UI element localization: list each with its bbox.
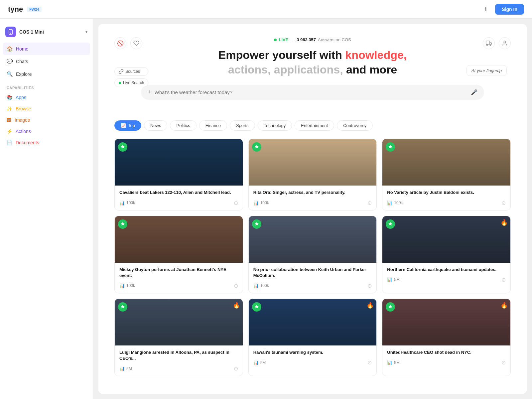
tab-top[interactable]: 📈 Top [114,120,141,131]
apps-icon: 📚 [7,95,12,100]
live-search-label: Live Search [123,80,144,85]
capability-actions[interactable]: ⚡ Actions [3,126,90,137]
card-1-footer: 📊 100k ⊙ [119,200,238,206]
live-search-pill[interactable]: Live Search [114,78,148,87]
card-1-action[interactable]: ⊙ [234,200,238,206]
card-7-image: 🔥 [115,299,243,345]
card-6-title: Northern California earthquake and tsuna… [387,267,506,273]
card-9-footer: 📊 5M ⊙ [387,359,506,366]
capabilities-section-label: Capabilities [0,80,93,92]
card-6-body: Northern California earthquake and tsuna… [382,263,510,287]
stats-icon: 📊 [253,283,259,288]
card-4-ai-badge [118,219,127,229]
card-8-image: 🔥 [249,299,377,345]
card-1-image [115,139,243,186]
card-5-image [249,216,377,263]
chat-icon: 💬 [7,59,13,65]
news-card-3[interactable]: No Variety article by Justin Baldoni exi… [382,139,511,210]
card-7-action[interactable]: ⊙ [234,365,238,372]
card-3-count: 100k [394,200,403,205]
search-plus-icon: + [148,89,151,96]
tab-technology-label: Technology [264,123,286,128]
card-4-stats: 📊 100k [119,283,135,288]
tab-news-label: News [150,123,161,128]
card-4-count: 100k [126,283,135,288]
news-card-4[interactable]: Mickey Guyton performs at Jonathan Benne… [114,216,243,293]
card-6-action[interactable]: ⊙ [501,277,506,283]
hero-title-highlight: knowledge, [345,49,407,61]
card-2-footer: 📊 100k ⊙ [253,200,372,206]
card-7-count: 5M [126,366,132,371]
card-2-action[interactable]: ⊙ [367,200,372,206]
tab-entertainment[interactable]: Entertainment [295,120,334,131]
capability-apps[interactable]: 📚 Apps [3,92,90,103]
news-card-2[interactable]: Rita Ora: Singer, actress, and TV person… [248,139,377,210]
live-indicator-dot [274,39,277,41]
sidebar-item-chats[interactable]: 💬 Chats [3,55,90,68]
user-icon [499,37,511,49]
sidebar-item-chats-label: Chats [16,59,28,64]
capability-browse[interactable]: ✨ Browse [3,103,90,114]
capability-images[interactable]: 🖼 Images [3,114,90,126]
sidebar-item-home[interactable]: 🏠 Home [3,43,90,55]
sources-pill[interactable]: Sources [114,67,148,76]
card-2-stats: 📊 100k [253,200,269,205]
card-1-body: Cavaliers beat Lakers 122-110, Allen and… [115,186,243,210]
live-desc: Answers on COS [318,37,351,42]
card-4-action[interactable]: ⊙ [234,283,238,289]
card-3-footer: 📊 100k ⊙ [387,200,506,206]
device-selector[interactable]: COS 1 Mini ▾ [0,24,93,43]
capability-documents[interactable]: 📄 Documents [3,137,90,148]
card-6-count: 5M [394,277,400,282]
news-card-5[interactable]: No prior collaboration between Keith Urb… [248,216,377,293]
tab-finance[interactable]: Finance [199,120,227,131]
card-2-ai-badge [252,142,261,152]
news-card-8[interactable]: 🔥 Hawaii's tsunami warning system. 📊 5M … [248,299,377,376]
tab-politics[interactable]: Politics [170,120,196,131]
tab-news[interactable]: News [144,120,168,131]
card-8-count: 5M [260,360,266,365]
card-5-action[interactable]: ⊙ [367,283,372,289]
card-1-count: 100k [126,200,135,205]
info-button[interactable]: ℹ [480,4,491,15]
card-9-action[interactable]: ⊙ [501,359,506,366]
capability-documents-label: Documents [16,140,39,145]
news-card-6[interactable]: 🔥 Northern California earthquake and tsu… [382,216,511,293]
capability-actions-label: Actions [16,129,31,134]
news-card-1[interactable]: Cavaliers beat Lakers 122-110, Allen and… [114,139,243,210]
card-2-count: 100k [260,200,269,205]
tab-controversy[interactable]: Controversy [337,120,373,131]
device-icon [5,27,16,37]
top-bar-left: tyne FW24 [8,5,42,14]
card-5-body: No prior collaboration between Keith Urb… [249,263,377,293]
card-5-stats: 📊 100k [253,283,269,288]
card-3-action[interactable]: ⊙ [501,200,506,206]
card-5-title: No prior collaboration between Keith Urb… [253,267,372,279]
stats-icon: 📊 [119,366,125,371]
signin-button[interactable]: Sign In [495,4,524,15]
card-8-action[interactable]: ⊙ [367,359,372,366]
sidebar-item-home-label: Home [16,46,28,52]
tab-technology[interactable]: Technology [258,120,292,131]
card-6-ai-badge [386,219,395,229]
top-bar: tyne FW24 ℹ Sign In [0,0,532,19]
card-7-body: Luigi Mangione arrested in Altoona, PA, … [115,345,243,376]
search-input[interactable] [155,89,467,95]
microphone-icon[interactable]: 🎤 [471,89,477,95]
live-label: LIVE [279,37,288,42]
news-card-9[interactable]: 🔥 UnitedHealthcare CEO shot dead in NYC.… [382,299,511,376]
card-9-image: 🔥 [382,299,510,345]
sidebar-item-explore[interactable]: 🔍 Explore [3,68,90,80]
news-card-7[interactable]: 🔥 Luigi Mangione arrested in Altoona, PA… [114,299,243,376]
svg-rect-2 [486,41,490,44]
stats-icon: 📊 [253,200,259,205]
hero-icons-right [483,37,511,49]
hero-section: 🚫 [98,24,527,120]
card-9-count: 5M [394,360,400,365]
hero-icons-left: 🚫 [114,37,142,49]
card-4-title: Mickey Guyton performs at Jonathan Benne… [119,267,238,279]
live-badge: LIVE — 3 962 357 Answers on COS [114,37,511,42]
card-3-title: No Variety article by Justin Baldoni exi… [387,190,506,196]
actions-icon: ⚡ [7,129,12,134]
tab-sports[interactable]: Sports [230,120,255,131]
